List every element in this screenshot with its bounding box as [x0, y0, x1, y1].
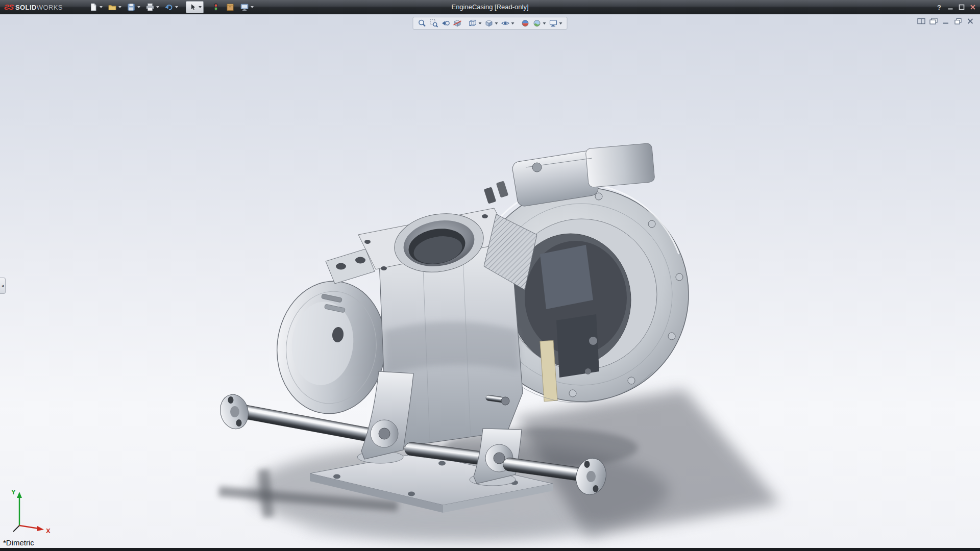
tile-windows-button[interactable]	[917, 17, 926, 25]
file-properties-icon	[226, 3, 235, 12]
maximize-icon	[959, 4, 965, 10]
options-monitor-icon	[240, 3, 249, 12]
dropdown-caret	[156, 6, 159, 8]
undo-button[interactable]	[163, 1, 180, 13]
model-top-assembly[interactable]	[484, 143, 655, 207]
dropdown-caret	[511, 22, 514, 24]
zoom-to-fit-button[interactable]	[417, 18, 428, 29]
rebuild-trafficlight-icon	[211, 3, 220, 12]
display-style-icon	[485, 19, 494, 28]
section-view-button[interactable]	[452, 18, 463, 29]
view-settings-button[interactable]	[548, 18, 564, 29]
dropdown-caret	[479, 22, 482, 24]
view-orientation-icon	[469, 19, 477, 28]
triad-x-arrowhead	[37, 526, 44, 531]
print-button[interactable]	[144, 1, 161, 13]
zoom-to-area-button[interactable]	[429, 18, 439, 29]
document-window-controls	[917, 17, 975, 25]
open-folder-icon	[108, 3, 117, 12]
zoom-to-fit-icon	[418, 19, 427, 28]
apply-scene-button[interactable]	[532, 18, 547, 29]
open-button[interactable]	[106, 1, 123, 13]
brand-solid: SOLID	[15, 4, 37, 11]
triad-y-arrowhead	[17, 492, 22, 498]
minimize-icon	[942, 18, 950, 24]
printer-icon	[145, 3, 155, 12]
dropdown-caret	[118, 6, 121, 8]
triad-x-label: X	[46, 527, 51, 535]
dropdown-caret	[175, 6, 178, 8]
edit-appearance-button[interactable]	[520, 18, 531, 29]
dassault-3ds-logo-icon: ƧS	[4, 3, 13, 11]
hide-show-items-button[interactable]	[500, 18, 516, 29]
model-rod-flange-left[interactable]	[217, 391, 252, 432]
doc-minimize-button[interactable]	[941, 17, 950, 25]
new-document-button[interactable]	[87, 1, 104, 13]
new-document-icon	[89, 3, 98, 12]
view-orientation-button[interactable]	[468, 18, 483, 29]
dropdown-caret	[199, 6, 202, 8]
select-cursor-icon	[188, 3, 197, 12]
display-style-button[interactable]	[484, 18, 499, 29]
restore-icon	[954, 18, 962, 24]
close-icon	[970, 4, 976, 10]
maximize-button[interactable]	[956, 2, 967, 12]
minimize-icon	[947, 4, 953, 10]
orientation-triad: Y X	[8, 486, 55, 536]
save-disk-icon	[127, 3, 136, 12]
dropdown-caret	[559, 22, 562, 24]
graphics-viewport[interactable]: ◂ Y X *Dimetric	[0, 14, 980, 548]
dropdown-caret	[137, 6, 140, 8]
cascade-windows-button[interactable]	[929, 17, 938, 25]
close-button[interactable]	[967, 2, 978, 12]
tile-icon	[917, 18, 925, 24]
main-toolbar	[86, 0, 256, 14]
cascade-icon	[929, 18, 938, 24]
view-settings-icon	[549, 19, 558, 28]
app-window-controls: ?	[934, 0, 978, 14]
section-view-icon	[453, 19, 462, 28]
triad-x-axis	[19, 525, 39, 529]
heads-up-view-toolbar	[413, 17, 568, 30]
dropdown-caret	[495, 22, 498, 24]
rebuild-button[interactable]	[210, 1, 222, 13]
close-icon	[966, 18, 974, 24]
save-button[interactable]	[125, 1, 142, 13]
scene-ball-icon	[533, 19, 542, 28]
undo-arrow-icon	[164, 3, 174, 12]
featuremanager-collapse-tab[interactable]: ◂	[0, 278, 6, 294]
dropdown-caret	[543, 22, 546, 24]
bottom-edge	[0, 548, 980, 551]
engine-casing-model[interactable]	[0, 14, 980, 548]
doc-restore-button[interactable]	[953, 17, 963, 25]
view-orientation-label: *Dimetric	[3, 538, 34, 547]
title-bar: ƧS SOLIDWORKS	[0, 0, 980, 14]
eye-icon	[501, 19, 510, 28]
select-tool-button[interactable]	[186, 1, 204, 13]
doc-close-button[interactable]	[966, 17, 975, 25]
brand-works: WORKS	[37, 4, 63, 11]
help-button[interactable]: ?	[934, 2, 945, 12]
zoom-to-area-icon	[430, 19, 438, 28]
previous-view-button[interactable]	[440, 18, 451, 29]
minimize-button[interactable]	[945, 2, 956, 12]
solidworks-logo: ƧS SOLIDWORKS	[0, 3, 71, 11]
previous-view-icon	[442, 19, 450, 28]
triad-z-axis	[13, 525, 19, 532]
file-properties-button[interactable]	[224, 1, 236, 13]
dropdown-caret	[251, 6, 254, 8]
options-button[interactable]	[238, 1, 255, 13]
appearance-ball-icon	[521, 19, 530, 28]
dropdown-caret	[100, 6, 103, 8]
triad-y-label: Y	[11, 488, 16, 496]
solidworks-window: ƧS SOLIDWORKS	[0, 0, 980, 551]
